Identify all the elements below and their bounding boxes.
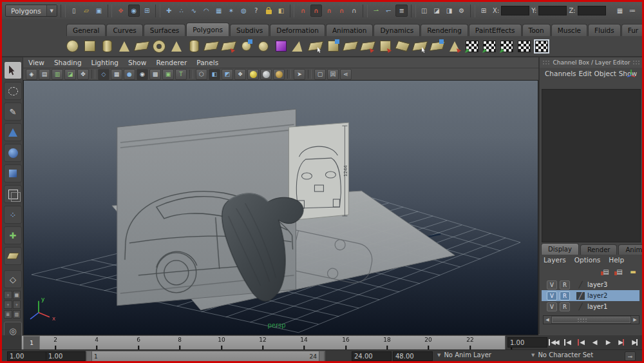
select-handles-mask-icon[interactable]: ✚ bbox=[164, 5, 174, 16]
visibility-toggle[interactable]: V bbox=[547, 302, 557, 311]
empty-layer-icon[interactable]: ▤ bbox=[601, 267, 611, 276]
move-tool[interactable] bbox=[4, 123, 22, 141]
play-backwards-button[interactable]: ◀ bbox=[587, 336, 601, 348]
layer-type-icon[interactable]: ╱ bbox=[576, 292, 585, 300]
uv-cylindrical-mapping-icon[interactable] bbox=[482, 38, 497, 54]
select-points-mask-icon[interactable]: ∴ bbox=[176, 5, 186, 16]
channel-box-empty-area[interactable] bbox=[542, 89, 641, 242]
select-deformations-mask-icon[interactable]: ▦ bbox=[213, 5, 223, 16]
visibility-toggle[interactable]: V bbox=[547, 291, 557, 300]
layer-name[interactable]: layer2 bbox=[587, 292, 607, 299]
status-divider[interactable] bbox=[363, 5, 368, 17]
tab-anim[interactable]: Anim bbox=[618, 244, 644, 255]
chevron-down-icon[interactable]: ▼ bbox=[46, 5, 57, 16]
open-scene-icon[interactable]: ▱ bbox=[81, 5, 91, 16]
shelf-tab-deformation[interactable]: Deformation bbox=[270, 24, 325, 36]
render-toggle[interactable]: R bbox=[560, 291, 570, 300]
poly-text-icon[interactable] bbox=[360, 38, 375, 54]
textured-icon[interactable]: ● bbox=[124, 69, 135, 80]
shelf-tab-muscle[interactable]: Muscle bbox=[551, 24, 587, 36]
menu-channels[interactable]: Channels bbox=[545, 70, 576, 80]
make-live-icon[interactable]: ∩ bbox=[349, 5, 359, 16]
shelf-tab-fluids[interactable]: Fluids bbox=[588, 24, 621, 36]
layout-persp-outliner-button[interactable]: ＋ bbox=[4, 300, 12, 309]
split-polygon-icon[interactable] bbox=[377, 38, 393, 54]
range-end-handle[interactable] bbox=[319, 351, 325, 361]
select-tool[interactable] bbox=[4, 61, 22, 79]
camera-attributes-icon[interactable]: ▤ bbox=[39, 69, 50, 80]
status-divider[interactable] bbox=[108, 5, 113, 17]
scale-tool[interactable] bbox=[4, 164, 22, 182]
rotate-tool[interactable] bbox=[4, 144, 22, 162]
render-toggle[interactable]: R bbox=[560, 280, 570, 289]
uv-planar-mapping-icon[interactable] bbox=[464, 38, 480, 54]
select-curves-mask-icon[interactable]: ∿ bbox=[189, 5, 199, 16]
menu-lighting[interactable]: Lighting bbox=[91, 59, 118, 66]
snap-grid-icon[interactable]: ∩ bbox=[298, 5, 308, 16]
poly-wedge-icon[interactable] bbox=[290, 38, 306, 54]
status-divider[interactable] bbox=[155, 5, 160, 17]
playback-start-field[interactable]: 1.00 bbox=[46, 351, 86, 361]
shelf-tab-rendering[interactable]: Rendering bbox=[421, 24, 468, 36]
mirror-geometry-icon[interactable] bbox=[325, 38, 341, 54]
default-material-ball-icon[interactable] bbox=[260, 69, 272, 80]
go-to-end-button[interactable]: ▶ bbox=[628, 336, 641, 348]
menu-edit[interactable]: Edit bbox=[578, 70, 591, 80]
snap-point-icon[interactable]: ∩ bbox=[324, 5, 334, 16]
menu-show[interactable]: Show bbox=[128, 59, 146, 66]
scrollbar-thumb[interactable] bbox=[552, 317, 630, 323]
shelf-tab-polygons[interactable]: Polygons bbox=[186, 23, 229, 36]
input-to-selected-icon[interactable]: ⇀ bbox=[371, 5, 381, 16]
shelf-tab-dynamics[interactable]: Dynamics bbox=[374, 24, 420, 36]
universal-manipulator-tool[interactable] bbox=[4, 185, 22, 203]
character-set-dropdown[interactable]: ▼ No Character Set bbox=[531, 351, 593, 358]
time-slider[interactable]: 1 2 4 6 8 10 12 14 16 18 20 22 24 bbox=[21, 335, 506, 351]
highlight-selection-icon[interactable]: ➤ bbox=[294, 69, 305, 80]
render-toggle[interactable]: R bbox=[560, 302, 570, 311]
motion-blur-icon[interactable]: T bbox=[175, 69, 187, 80]
extrude-icon[interactable] bbox=[395, 38, 410, 54]
select-misc-mask-icon[interactable]: ? bbox=[251, 5, 261, 16]
poly-cube-icon[interactable] bbox=[82, 38, 97, 54]
smooth-shade-icon[interactable]: ▦ bbox=[111, 69, 122, 80]
shelf-tab-animation[interactable]: Animation bbox=[326, 24, 374, 36]
shelf-tab-subdivs[interactable]: Subdivs bbox=[230, 24, 269, 36]
y-field[interactable] bbox=[538, 6, 567, 15]
poly-helix-icon[interactable] bbox=[204, 38, 219, 54]
poly-plane-icon[interactable] bbox=[134, 38, 149, 54]
menu-shading[interactable]: Shading bbox=[54, 59, 82, 66]
soft-modification-tool[interactable]: ⁘ bbox=[4, 206, 22, 224]
select-camera-icon[interactable]: ◈ bbox=[26, 69, 37, 80]
shelf-tab-surfaces[interactable]: Surfaces bbox=[144, 24, 185, 36]
step-forward-key-button[interactable]: ▶ bbox=[614, 336, 628, 348]
tab-display[interactable]: Display bbox=[541, 243, 579, 255]
poly-sphere-icon[interactable] bbox=[64, 38, 80, 54]
wireframe-on-shaded-icon[interactable]: ◧ bbox=[209, 69, 220, 80]
select-dynamics-mask-icon[interactable]: ✶ bbox=[226, 5, 236, 16]
layer-row-layer1[interactable]: V R ╱ layer1 bbox=[542, 301, 639, 312]
go-to-start-button[interactable]: ◀◀ bbox=[547, 336, 560, 348]
snap-curve-icon[interactable]: ∩ bbox=[310, 5, 322, 17]
z-field[interactable] bbox=[578, 6, 606, 15]
current-time-field[interactable]: 1.00 bbox=[507, 337, 547, 348]
two-d-pan-icon[interactable]: ✥ bbox=[77, 69, 89, 80]
paint-select-tool[interactable]: ✎ bbox=[4, 103, 22, 121]
film-gate-icon[interactable]: 回 bbox=[327, 69, 339, 80]
snap-projected-center-icon[interactable]: ∩ bbox=[336, 5, 346, 16]
tool-settings-toggle-icon[interactable]: ≔ bbox=[627, 5, 638, 16]
tab-render[interactable]: Render bbox=[580, 244, 618, 255]
select-rendering-mask-icon[interactable]: ◍ bbox=[238, 5, 249, 16]
menu-panels[interactable]: Panels bbox=[196, 59, 218, 66]
anim-layer-dropdown[interactable]: ▼ No Anim Layer bbox=[437, 351, 491, 358]
textured-ball-icon[interactable] bbox=[273, 69, 285, 80]
combine-icon[interactable] bbox=[343, 38, 358, 54]
resolution-gate-icon[interactable]: ▢ bbox=[314, 69, 326, 80]
uv-automatic-mapping-icon[interactable] bbox=[516, 38, 532, 54]
range-start-handle[interactable] bbox=[86, 351, 92, 361]
shelf-tab-painteffects[interactable]: PaintEffects bbox=[469, 24, 522, 36]
select-hierarchy-icon[interactable]: ❖ bbox=[115, 5, 126, 16]
last-tool[interactable] bbox=[4, 247, 22, 265]
menu-object[interactable]: Object bbox=[594, 70, 616, 80]
save-scene-icon[interactable]: ▣ bbox=[93, 5, 104, 16]
use-all-lights-icon[interactable]: ◉ bbox=[137, 69, 148, 80]
